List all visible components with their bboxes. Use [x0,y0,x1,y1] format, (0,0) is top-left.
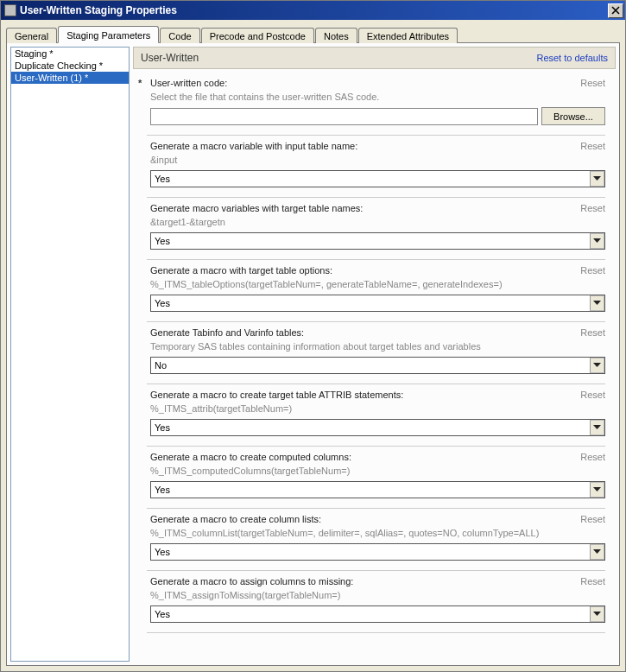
tab-staging-parameters[interactable]: Staging Parameters [58,26,159,43]
section-description: %_ITMS_attrib(targetTableNum=) [138,400,605,417]
section-description: Temporary SAS tables containing informat… [138,338,605,355]
select-dropdown[interactable]: Yes [150,481,605,498]
section-control-row: Browse... [138,105,605,125]
section: Generate a macro with target table optio… [133,260,614,315]
select-dropdown[interactable]: Yes [150,170,605,187]
chevron-down-icon [590,171,604,187]
panel-title: User-Written [141,52,199,64]
select-value: Yes [155,485,170,495]
side-list: Staging * Duplicate Checking * User-Writ… [10,47,130,662]
section-header-row: Generate a macro to assign columns to mi… [138,576,605,586]
section-description: &input [138,151,605,168]
reset-link[interactable]: Reset [580,390,605,400]
select-dropdown[interactable]: No [150,357,605,374]
side-item-duplicate-checking[interactable]: Duplicate Checking * [11,60,129,72]
section-label: Generate macro variables with target tab… [150,203,577,213]
select-dropdown[interactable]: Yes [150,543,605,561]
select-value: Yes [155,609,170,619]
section-label: User-written code: [150,78,577,88]
section-header-row: *User-written code:Reset [138,78,605,88]
section-description: &target1-&targetn [138,213,605,231]
chevron-down-icon [590,295,604,311]
section: Generate Tabinfo and Varinfo tables:Rese… [133,322,614,377]
chevron-down-icon [590,358,604,373]
panel-body: *User-written code:ResetSelect the file … [133,69,616,662]
section-control-row: Yes [138,479,605,498]
section-description: %_ITMS_assignToMissing(targetTableNum=) [138,586,605,604]
select-value: Yes [155,236,170,246]
section-label: Generate a macro to create target table … [150,390,577,400]
section-header-row: Generate a macro to create target table … [138,390,605,400]
section: *User-written code:ResetSelect the file … [133,73,614,129]
select-dropdown[interactable]: Yes [150,295,605,312]
section-control-row: Yes [138,417,605,436]
tab-body: Staging * Duplicate Checking * User-Writ… [6,43,620,666]
panel-header: User-Written Reset to defaults [133,47,616,69]
chevron-down-icon [590,420,604,435]
section: Generate a macro to create column lists:… [133,509,614,564]
close-button[interactable] [608,3,623,18]
reset-to-defaults-link[interactable]: Reset to defaults [536,53,608,63]
reset-link[interactable]: Reset [580,514,605,524]
reset-link[interactable]: Reset [580,265,605,276]
section-control-row: Yes [138,542,605,561]
reset-link[interactable]: Reset [580,141,605,151]
section-divider [147,632,605,633]
reset-link[interactable]: Reset [580,576,605,586]
select-value: No [155,360,167,371]
side-item-staging[interactable]: Staging * [11,48,129,60]
section-label: Generate a macro to assign columns to mi… [150,576,577,586]
tab-extended-attributes[interactable]: Extended Attributes [358,28,458,43]
section-header-row: Generate a macro with target table optio… [138,265,605,276]
content-area: General Staging Parameters Code Precode … [1,20,625,671]
browse-button[interactable]: Browse... [541,107,605,125]
section-control-row: Yes [138,293,605,312]
close-icon [611,6,620,15]
section-control-row: No [138,355,605,374]
select-dropdown[interactable]: Yes [150,419,605,436]
section-label: Generate a macro variable with input tab… [150,141,577,151]
titlebar-left: User-Written Staging Properties [4,4,177,16]
section-label: Generate a macro with target table optio… [150,265,577,276]
tab-notes[interactable]: Notes [315,28,357,43]
section-header-row: Generate Tabinfo and Varinfo tables:Rese… [138,327,605,338]
select-value: Yes [155,174,170,184]
section-control-row: Yes [138,604,605,623]
tab-general[interactable]: General [6,28,57,43]
chevron-down-icon [590,233,604,249]
reset-link[interactable]: Reset [580,203,605,213]
select-value: Yes [155,547,170,557]
select-dropdown[interactable]: Yes [150,605,605,623]
select-dropdown[interactable]: Yes [150,232,605,250]
section-label: Generate a macro to create column lists: [150,514,577,524]
section-control-row: Yes [138,168,605,187]
section: Generate a macro to assign columns to mi… [133,571,614,626]
select-value: Yes [155,422,170,433]
tab-precode-postcode[interactable]: Precode and Postcode [201,28,314,43]
section-header-row: Generate a macro to create computed colu… [138,452,605,462]
titlebar: User-Written Staging Properties [1,1,625,20]
section-label: Generate Tabinfo and Varinfo tables: [150,327,577,338]
section-control-row: Yes [138,231,605,250]
section: Generate a macro variable with input tab… [133,136,614,191]
chevron-down-icon [590,482,604,498]
section: Generate a macro to create target table … [133,384,614,440]
section: Generate a macro to create computed colu… [133,447,614,502]
reset-link[interactable]: Reset [580,78,605,88]
section: Generate macro variables with target tab… [133,198,614,253]
section-header-row: Generate macro variables with target tab… [138,203,605,213]
section-description: %_ITMS_tableOptions(targetTableNum=, gen… [138,276,605,293]
window: User-Written Staging Properties General … [0,0,626,672]
section-label: Generate a macro to create computed colu… [150,452,577,462]
tab-code[interactable]: Code [160,28,199,43]
window-title: User-Written Staging Properties [20,4,177,16]
reset-link[interactable]: Reset [580,327,605,338]
side-item-user-written[interactable]: User-Written (1) * [11,72,129,84]
reset-link[interactable]: Reset [580,452,605,462]
section-header-row: Generate a macro to create column lists:… [138,514,605,524]
app-icon [4,4,16,16]
section-description: %_ITMS_columnList(targetTableNum=, delim… [138,524,605,542]
section-description: Select the file that contains the user-w… [138,88,605,105]
file-path-input[interactable] [150,108,538,125]
chevron-down-icon [590,544,604,560]
